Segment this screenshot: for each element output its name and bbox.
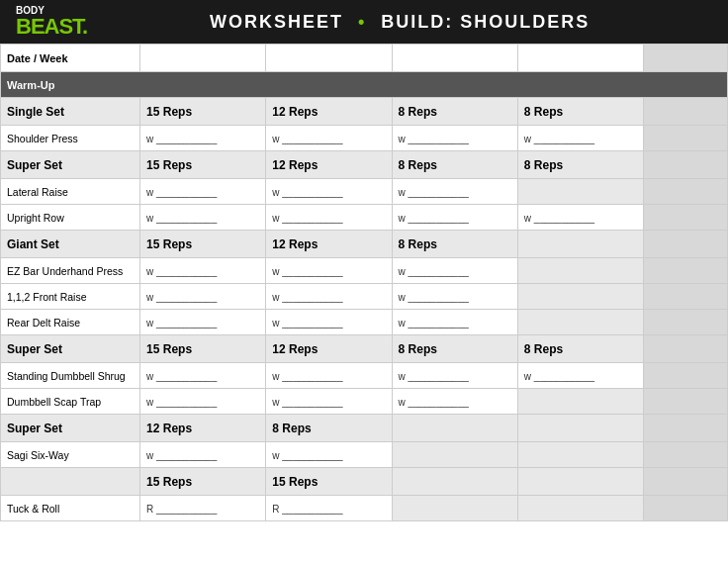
logo-bottom: BEAST. <box>16 16 87 38</box>
super-set-3-header: Super Set 12 Reps 8 Reps <box>1 415 728 442</box>
warmup-row: Warm-Up <box>1 72 728 98</box>
warmup-label: Warm-Up <box>1 72 728 98</box>
date-row: Date / Week <box>1 45 728 72</box>
super-set-1-header: Super Set 15 Reps 12 Reps 8 Reps 8 Reps <box>1 151 728 179</box>
single-set-header: Single Set 15 Reps 12 Reps 8 Reps 8 Reps <box>1 98 728 126</box>
super-set-2-header: Super Set 15 Reps 12 Reps 8 Reps 8 Reps <box>1 335 728 363</box>
exercise-rear-delt: Rear Delt Raise w ___________ w ________… <box>1 310 728 335</box>
exercise-tuck-roll: Tuck & Roll R ___________ R ___________ <box>1 496 728 521</box>
logo: BODY BEAST. <box>16 6 87 38</box>
tuck-roll-header: 15 Reps 15 Reps <box>1 468 728 496</box>
date-label: Date / Week <box>1 45 140 72</box>
exercise-db-scap: Dumbbell Scap Trap w ___________ w _____… <box>1 389 728 415</box>
exercise-ez-bar: EZ Bar Underhand Press w ___________ w _… <box>1 258 728 284</box>
exercise-front-raise: 1,1,2 Front Raise w ___________ w ______… <box>1 284 728 310</box>
header: BODY BEAST. WORKSHEET • BUILD: SHOULDERS <box>0 0 728 44</box>
exercise-sagi: Sagi Six-Way w ___________ w ___________ <box>1 442 728 468</box>
giant-set-header: Giant Set 15 Reps 12 Reps 8 Reps <box>1 231 728 258</box>
exercise-lateral-raise: Lateral Raise w ___________ w __________… <box>1 179 728 205</box>
exercise-upright-row: Upright Row w ___________ w ___________ … <box>1 205 728 231</box>
exercise-shoulder-press: Shoulder Press w ___________ w _________… <box>1 126 728 151</box>
header-title: WORKSHEET • BUILD: SHOULDERS <box>87 12 712 33</box>
exercise-db-shrug: Standing Dumbbell Shrug w ___________ w … <box>1 363 728 389</box>
